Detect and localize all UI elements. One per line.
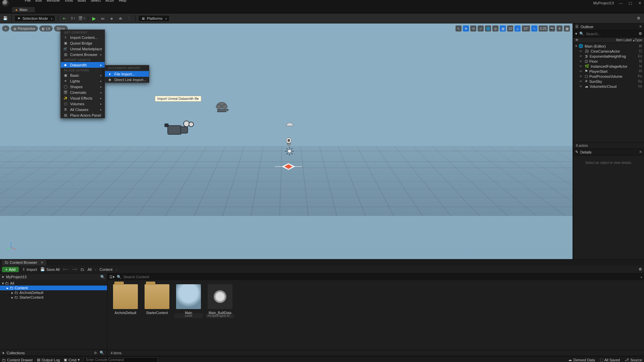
collapse-sources-icon[interactable]: ▾ [2, 275, 4, 279]
collection-search-icon[interactable]: 🔍 [100, 351, 104, 355]
history-back-button[interactable]: ⟵ [63, 267, 68, 272]
submenu-file-import[interactable]: ●File Import... [105, 71, 149, 77]
outliner-search-input[interactable] [586, 32, 637, 36]
import-button[interactable]: ⇩ Import [22, 267, 37, 272]
menu-lights[interactable]: ✦Lights▸ [61, 78, 105, 84]
menu-file[interactable]: File [25, 0, 31, 3]
submenu-direct-link[interactable]: ◉Direct Link Import... [105, 77, 149, 82]
level-tab-main[interactable]: ▲ Main [12, 7, 35, 12]
grid-snap-value[interactable]: 10 [507, 25, 513, 32]
menu-window[interactable]: Window [47, 0, 60, 3]
details-tab[interactable]: ✎ Details ✕ [573, 149, 644, 156]
content-drawer-button[interactable]: 🗀 Content Drawer [2, 358, 33, 362]
window-maximize-button[interactable]: ▢ [628, 1, 633, 5]
source-row[interactable]: ▸ 🗀StarterContent [0, 295, 107, 300]
history-fwd-button[interactable]: ⟶ [72, 267, 77, 272]
viewport-lit-dropdown[interactable]: ◐ Lit [39, 25, 53, 32]
console-input[interactable] [84, 357, 158, 362]
add-content-button[interactable]: +▫ [61, 15, 68, 22]
breadcrumb-all[interactable]: All [88, 267, 92, 272]
volumetric-cloud-icon[interactable] [215, 101, 229, 115]
outliner-column-header[interactable]: 👁Item Label ▴ Type [573, 38, 644, 43]
menu-actor[interactable]: Actor [106, 0, 114, 3]
cmd-dropdown[interactable]: ▣ Cmd ▾ [64, 358, 79, 362]
menu-unreal-marketplace[interactable]: 🛒Unreal Marketplace [61, 46, 105, 52]
outliner-tab[interactable]: ☰ Outliner ✕ [573, 23, 644, 30]
source-row[interactable]: ▸ 🗀Content [0, 286, 107, 290]
outliner-row[interactable]: 👁☁VolumetricCloudVo [573, 84, 644, 89]
outliner-row[interactable]: 👁🌿InstancedFoliageActorIn [573, 64, 644, 69]
angle-snap-value[interactable]: 10° [522, 25, 530, 32]
all-saved-label[interactable]: ⬚ All Saved [600, 358, 620, 362]
cb-settings-button[interactable]: ⚙ [639, 267, 642, 272]
menu-visual-effects[interactable]: ✨Visual Effects▸ [61, 95, 105, 101]
translate-tool[interactable]: ✥ [463, 25, 469, 32]
blueprint-dropdown[interactable]: ⫴ [70, 15, 76, 22]
scale-snap-toggle[interactable]: ⤡ [531, 25, 537, 32]
player-start-icon[interactable] [272, 162, 305, 172]
menu-help[interactable]: Help [119, 0, 126, 3]
outliner-settings-button[interactable]: ⚙ [639, 32, 642, 36]
derived-data-button[interactable]: ☁ Derived Data [568, 358, 595, 362]
menu-import-content[interactable]: ⇩Import Content... [61, 35, 105, 40]
viewport-layout-button[interactable]: ▦ [564, 25, 570, 32]
menu-edit[interactable]: Edit [36, 0, 42, 3]
menu-quixel-bridge[interactable]: ▣Quixel Bridge [61, 40, 105, 46]
directional-light-icon[interactable] [284, 137, 293, 146]
menu-content-browser[interactable]: ▥Content Browser▸ [61, 52, 105, 57]
outliner-row[interactable]: 👁🎥CineCameraActorCi [573, 49, 644, 54]
settings-button[interactable]: ⚙ [635, 15, 642, 22]
play-options-button[interactable]: ⋮ [126, 15, 132, 22]
menu-volumes[interactable]: ▢Volumes▸ [61, 101, 105, 107]
asset-item[interactable]: StarterContent [143, 284, 171, 315]
camera-speed-icon[interactable]: 📷 [549, 25, 555, 32]
outliner-row[interactable]: 👁◫FloorSt [573, 59, 644, 64]
outliner-row[interactable]: 👁☀SunSkySu [573, 79, 644, 84]
menu-place-actors-panel[interactable]: ▤Place Actors Panel [61, 112, 105, 118]
outliner-close-button[interactable]: ✕ [639, 24, 642, 29]
rotate-tool[interactable]: ⟲ [470, 25, 476, 32]
viewport-perspective-dropdown[interactable]: ◍ Perspective [11, 25, 38, 32]
asset-search-options[interactable] [640, 275, 642, 279]
stop-button[interactable]: ■ [108, 15, 115, 22]
angle-snap-toggle[interactable]: ∠ [515, 25, 521, 32]
eject-button[interactable]: ⏏ [117, 15, 124, 22]
camera-speed-value[interactable]: 4 [556, 25, 562, 32]
asset-filter-button[interactable]: ☰▾ [109, 275, 115, 279]
viewport[interactable]: ≡ ◍ Perspective ◐ Lit Show ↖ ✥ ⟲ ⤢ 🌐 ◎ ▦… [0, 23, 573, 259]
collection-add-icon[interactable]: ⊕ [94, 351, 97, 355]
asset-search-input[interactable] [123, 275, 638, 279]
sky-atmosphere-icon[interactable] [286, 121, 294, 127]
source-row[interactable]: ▾ 🗀All [0, 281, 107, 286]
menu-datasmith[interactable]: ◆Datasmith▸ [61, 62, 105, 68]
content-browser-close-button[interactable]: ✕ [41, 260, 44, 265]
asset-item[interactable]: Main_BuiltData/Script/Engine.MapBuil... [206, 284, 234, 318]
source-row[interactable]: ▸ 🗀ArchvisDefault [0, 290, 107, 295]
platforms-dropdown[interactable]: 🖥 Platforms [138, 15, 170, 22]
save-all-button[interactable]: 💾 Save All [40, 267, 60, 272]
viewport-options-button[interactable]: ≡ [2, 25, 9, 32]
window-minimize-button[interactable]: — [619, 1, 623, 5]
menu-basic[interactable]: ▣Basic▸ [61, 72, 105, 78]
selection-mode-dropdown[interactable]: ➤ Selection Mode [14, 15, 55, 22]
select-tool[interactable]: ↖ [455, 25, 462, 32]
save-button[interactable]: 💾 [2, 15, 9, 22]
outliner-world-row[interactable]: ▾🌐 Main (Editor)W [573, 44, 644, 49]
asset-item[interactable]: MainLevel [174, 284, 203, 318]
source-control-button[interactable]: ⎇ Source [625, 358, 642, 362]
play-button[interactable]: ▶ [91, 15, 98, 22]
skip-button[interactable]: ⏭ [100, 15, 106, 22]
scale-tool[interactable]: ⤢ [478, 25, 484, 32]
menu-build[interactable]: Build [78, 0, 86, 3]
menu-cinematic[interactable]: 🎬Cinematic▸ [61, 89, 105, 95]
outliner-row[interactable]: 👁⚑PlayerStartPl [573, 69, 644, 74]
details-close-button[interactable]: ✕ [639, 150, 642, 154]
menu-select[interactable]: Select [91, 0, 101, 3]
outliner-row[interactable]: 👁🌫ExponentialHeightFogEx [573, 54, 644, 59]
outliner-row[interactable]: 👁▢PostProcessVolumePo [573, 74, 644, 79]
breadcrumb-content[interactable]: Content [100, 267, 113, 272]
menu-shapes[interactable]: ◯Shapes▸ [61, 84, 105, 89]
grid-snap-toggle[interactable]: ▦ [500, 25, 506, 32]
add-button[interactable]: +Add [2, 267, 19, 272]
content-browser-tab[interactable]: 🗀 Content Browser ✕ [2, 260, 46, 265]
